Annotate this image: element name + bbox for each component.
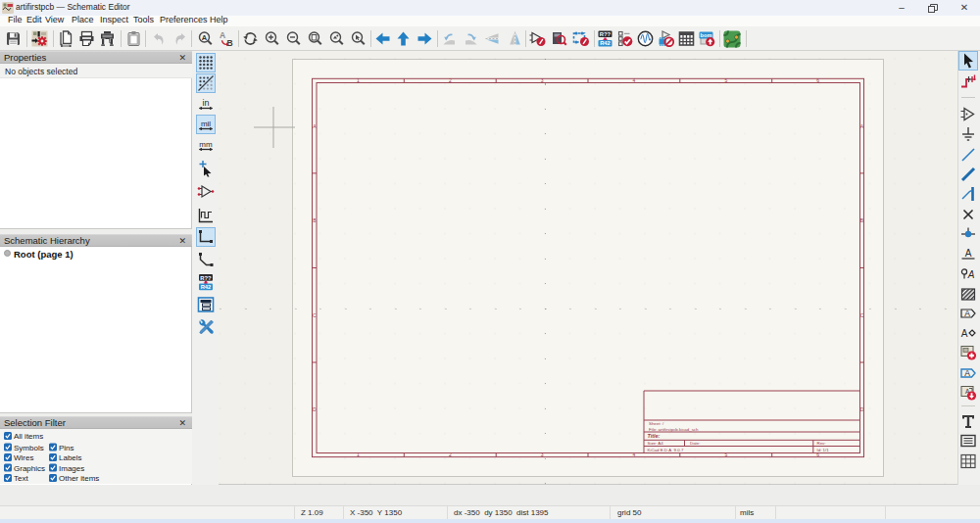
svg-text:A: A xyxy=(961,328,968,339)
svg-text:R??: R?? xyxy=(600,31,612,37)
svg-text:Pins: Pins xyxy=(59,444,74,452)
svg-text:R42: R42 xyxy=(201,284,212,290)
svg-text:1: 1 xyxy=(357,452,360,457)
svg-text:6: 6 xyxy=(816,77,819,83)
svg-text:R42: R42 xyxy=(600,40,611,46)
svg-text:Symbols: Symbols xyxy=(14,444,44,452)
svg-text:4: 4 xyxy=(633,77,636,83)
svg-text:D: D xyxy=(860,406,864,412)
svg-text:Id: 1/1: Id: 1/1 xyxy=(817,448,830,452)
svg-text:Images: Images xyxy=(59,464,84,473)
svg-text:Size: A4: Size: A4 xyxy=(648,441,664,446)
svg-text:File: artifirstpcb.kicad_sch: File: artifirstpcb.kicad_sch xyxy=(649,427,699,432)
svg-text:5: 5 xyxy=(724,452,727,457)
svg-text:Rev:: Rev: xyxy=(817,441,826,446)
svg-text:4: 4 xyxy=(633,452,636,457)
svg-text:A: A xyxy=(202,33,208,42)
svg-text:Graphics: Graphics xyxy=(14,464,45,473)
svg-text:C: C xyxy=(313,312,317,318)
svg-text:mm: mm xyxy=(199,140,213,149)
svg-text:A: A xyxy=(967,269,975,280)
svg-text:2: 2 xyxy=(449,452,452,457)
svg-text:D: D xyxy=(313,406,317,412)
svg-text:All items: All items xyxy=(14,432,43,441)
svg-text:3: 3 xyxy=(541,77,544,83)
svg-text:Sheet: /: Sheet: / xyxy=(649,421,664,426)
svg-text:KiCad E.D.A. 9.0.7: KiCad E.D.A. 9.0.7 xyxy=(648,448,684,452)
svg-text:R??: R?? xyxy=(200,275,212,281)
svg-text:A: A xyxy=(220,30,225,40)
svg-text:Other items: Other items xyxy=(59,474,99,483)
svg-text:C: C xyxy=(860,312,864,318)
svg-text:3: 3 xyxy=(541,452,544,457)
svg-text:B: B xyxy=(227,38,233,48)
svg-text:A: A xyxy=(964,309,970,318)
svg-text:in: in xyxy=(202,98,209,108)
svg-text:5: 5 xyxy=(724,77,727,83)
svg-text:Text: Text xyxy=(14,474,28,483)
svg-text:Date:: Date: xyxy=(690,441,701,446)
svg-text:A: A xyxy=(964,368,970,378)
svg-text:1: 1 xyxy=(357,77,360,83)
svg-text:6: 6 xyxy=(816,452,819,457)
svg-text:Labels: Labels xyxy=(59,453,82,462)
svg-text:Wires: Wires xyxy=(14,453,33,462)
svg-text:mil: mil xyxy=(201,119,211,128)
svg-text:A: A xyxy=(965,248,972,259)
svg-text:2: 2 xyxy=(449,77,452,83)
svg-text:Title:: Title: xyxy=(648,433,661,439)
